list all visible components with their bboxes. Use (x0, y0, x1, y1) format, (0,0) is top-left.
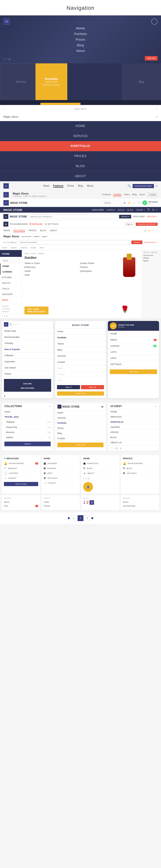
coll-item-home-3[interactable]: HOME (108, 409, 159, 414)
nav-works-7[interactable]: WORKS (107, 209, 115, 211)
mobile-nav-home[interactable]: HOME (0, 121, 161, 131)
mcol2-teams[interactable]: Teams (55, 341, 106, 347)
store-nav-home[interactable]: HOME (0, 264, 22, 269)
mobile-menu-close[interactable]: × (156, 115, 158, 119)
mcol3-inbox[interactable]: INBOX 3 (108, 337, 159, 343)
mcol2-privacy[interactable]: Privacy (55, 371, 106, 377)
store-top-home[interactable]: Home (2, 247, 7, 249)
nav-news-4[interactable]: News (43, 184, 49, 188)
coll-item-prices-3[interactable]: PRICES (108, 430, 159, 435)
discover-link-8[interactable]: DISCOVER (133, 215, 144, 218)
icon-d-10[interactable]: ⋮ (155, 229, 158, 232)
social-t-3[interactable]: t (113, 447, 114, 450)
mcol1-new-popular[interactable]: New & Popular (2, 346, 53, 352)
social-in-1[interactable]: in (9, 58, 11, 60)
search-input-11[interactable] (18, 240, 130, 244)
mcol3-newpost-btn[interactable]: New Post (110, 369, 157, 374)
nav-circle[interactable] (151, 18, 158, 25)
mcol3-settings[interactable]: SETTINGS (108, 361, 159, 368)
nav-more-7[interactable]: MORE + (136, 209, 145, 211)
brow2-interior[interactable]: ▦ INTERIOR (43, 461, 78, 466)
mcol2-news[interactable]: News (55, 365, 106, 371)
coll-item-prices-2[interactable]: Prices (55, 426, 106, 431)
brow2-fashion[interactable]: ✿ FASHION (43, 466, 78, 471)
mcol2-contact[interactable]: Contact (55, 359, 106, 365)
store-nav-tools[interactable]: TOOLS (0, 286, 22, 291)
mcol1-trending[interactable]: Trending (2, 340, 53, 346)
icon-a-10[interactable]: ⊞ (144, 229, 146, 232)
mobile-nav-service[interactable]: SERVICE (0, 131, 161, 141)
nav-filters-5[interactable]: Filters (124, 193, 130, 196)
icon-c-10[interactable]: ↗ (152, 229, 154, 232)
mcol3-albums[interactable]: ALBUMS ★ (108, 343, 159, 349)
r2-item3[interactable]: TEAM (43, 500, 78, 504)
coll-col1-close[interactable]: × (49, 405, 51, 408)
store-nav-garden[interactable]: GARDEN (0, 269, 22, 275)
nav-blog-5[interactable]: Blog (132, 193, 136, 196)
store-search-input[interactable] (2, 259, 20, 262)
lightning-icon-6[interactable]: ⚡ (127, 202, 131, 205)
product-seeds[interactable]: Seeds (25, 269, 79, 273)
brow4-settings[interactable]: ⚙ SETTINGS (123, 471, 157, 476)
get-deal-btn[interactable]: GET YOURNEW DISCOUNT! (25, 307, 49, 314)
nav-blog-4[interactable]: Blog (78, 184, 83, 188)
mcol2-faq[interactable]: FAQ (55, 377, 106, 383)
brow4-blog[interactable]: ✎ BLOG (123, 466, 157, 471)
share-icon-7[interactable]: ↗ (156, 209, 158, 211)
mcol1-play-btn[interactable]: ● (4, 395, 5, 397)
social-t-1[interactable]: t (6, 58, 7, 60)
social-f-1[interactable]: f (3, 58, 4, 60)
download-btn-4[interactable]: DOWNLOAD FREE (133, 184, 154, 188)
coll-item-portfolio-3[interactable]: PORTFOLIO (108, 420, 159, 425)
store-nav-grocery[interactable]: GROCERY (0, 291, 22, 297)
social-f-3[interactable]: f (110, 447, 111, 450)
search-btn-8[interactable]: SEARCH (119, 215, 131, 218)
coll-item-portfolio-2[interactable]: Portfolio (55, 421, 106, 426)
store-top-kitchen[interactable]: Kitchen (21, 247, 27, 249)
nav-features-10[interactable]: FEATURES (13, 229, 25, 232)
nav-portfolio-5[interactable]: Portfolio (113, 193, 121, 196)
mcol3-lists[interactable]: LISTS (108, 349, 159, 355)
get-pro-btn[interactable]: Get Pro Now (4, 482, 38, 486)
coll-item-services-3[interactable]: SERVICES (108, 414, 159, 420)
share-icon-6[interactable]: ↗ (137, 202, 139, 205)
nav-about-5[interactable]: About (139, 193, 145, 196)
grid-icon-6[interactable]: ⊞ (123, 202, 126, 205)
brow-logout[interactable]: → LOGOUT (4, 476, 38, 480)
social-g-3[interactable]: g+ (116, 447, 118, 450)
mcol2-signup-btn[interactable]: Sign Up (81, 385, 104, 389)
logout-link-11[interactable]: logout (42, 235, 47, 238)
basket-link-11[interactable]: basket (34, 235, 40, 238)
nav-settings-9[interactable]: ⚙ SETTINGS (45, 223, 59, 225)
login-btn-5[interactable]: LOGIN (147, 193, 158, 197)
coll-item-hongkong[interactable]: Hong Kong 214 (2, 425, 53, 430)
product-shelf[interactable]: Shelf (25, 273, 79, 277)
r2-item6[interactable]: ENTERPRISE (123, 504, 157, 508)
mcol1-recommended[interactable]: Recommended (2, 334, 53, 340)
coll-col3-close[interactable]: × (155, 405, 157, 408)
mcol2-newpost-btn[interactable]: New Post (57, 392, 104, 396)
nav-products-5[interactable]: Products (102, 193, 111, 196)
coll-item-morocco[interactable]: Morocco 152 (2, 430, 53, 435)
mcol2-blog[interactable]: Blog (55, 347, 106, 353)
mcol2-signin-btn[interactable]: Sign In (57, 385, 80, 389)
myaccount-link-11[interactable]: my account (21, 235, 31, 238)
page-btn-2[interactable]: 2 (77, 515, 84, 521)
coll-item-aboutus-3[interactable]: ABOUT US (108, 440, 159, 445)
brow3-portfolio[interactable]: ▣ PORTFOLIO (83, 461, 118, 466)
search-btn-11[interactable]: Search (131, 241, 142, 244)
store-social-f[interactable]: f (2, 315, 3, 317)
mcol1-followed[interactable]: Followed (2, 352, 53, 359)
nav-link-about-1[interactable]: About (76, 49, 85, 53)
r2-item1[interactable]: BASIC (4, 500, 38, 504)
nav-blog-10[interactable]: BLOG (40, 229, 46, 232)
mcol1-search-icon[interactable]: 🔍 (9, 323, 12, 326)
coll-item-home-2[interactable]: Home (55, 410, 106, 415)
close-icon-2[interactable]: × (156, 107, 158, 110)
nav-news-10[interactable]: NEWS (3, 229, 10, 232)
brow3-blog[interactable]: ✎ BLOG (83, 466, 118, 471)
social-t-b3[interactable]: t (86, 477, 86, 479)
product-tables[interactable]: Tables & Chairs (25, 261, 79, 265)
page-btn-3[interactable]: 3 (85, 515, 90, 521)
social-f-b3[interactable]: f (83, 477, 84, 479)
